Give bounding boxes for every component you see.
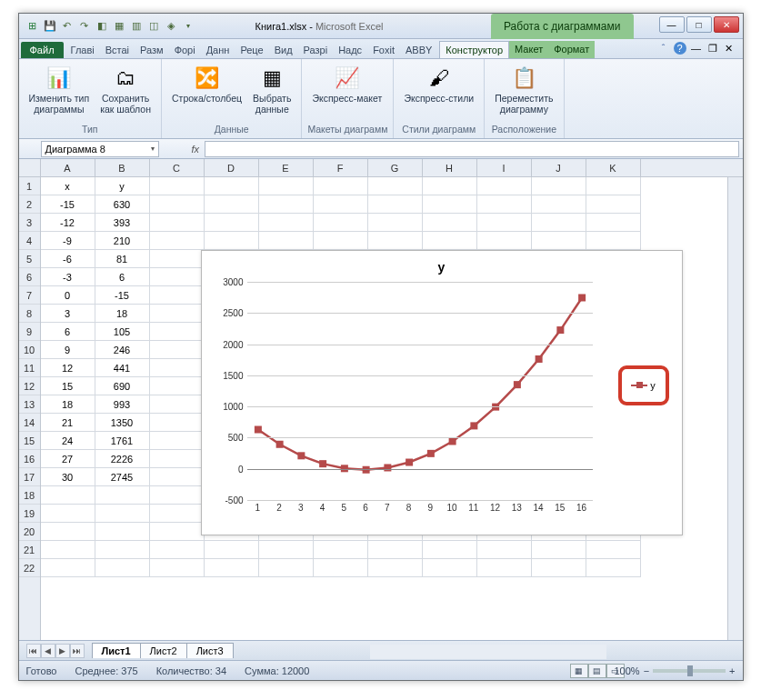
cell[interactable] (586, 232, 641, 250)
cell[interactable] (586, 195, 641, 214)
horizontal-scrollbar[interactable] (370, 645, 606, 659)
cell[interactable] (368, 559, 423, 577)
cell[interactable]: 393 (95, 214, 150, 232)
chart-legend[interactable]: y (618, 365, 669, 405)
cell[interactable] (41, 523, 95, 541)
minimize-ribbon-icon[interactable]: ˆ (657, 42, 670, 55)
tab-Конструктор[interactable]: Конструктор (439, 41, 509, 58)
tab-Главі[interactable]: Главі (65, 42, 100, 58)
tab-Foxit[interactable]: Foxit (367, 42, 400, 58)
cell[interactable]: 2745 (95, 468, 150, 486)
zoom-in-icon[interactable]: + (729, 665, 735, 676)
minimize-button[interactable]: — (659, 16, 685, 33)
cell[interactable] (477, 195, 532, 214)
cell[interactable] (205, 214, 259, 232)
cell[interactable]: 1350 (95, 414, 150, 432)
cell[interactable]: 30 (41, 468, 95, 486)
qat-icon[interactable]: ▥ (128, 18, 145, 35)
cell[interactable]: 6 (95, 268, 150, 286)
select-all-corner[interactable] (19, 159, 40, 177)
row-header[interactable]: 5 (19, 250, 40, 268)
tab-Разм[interactable]: Разм (135, 42, 169, 58)
cell[interactable] (368, 232, 423, 250)
tab-Данн[interactable]: Данн (201, 42, 235, 58)
cell[interactable] (95, 559, 150, 577)
col-header[interactable]: F (314, 159, 368, 176)
row-header[interactable]: 14 (19, 414, 40, 432)
cell[interactable] (477, 232, 532, 250)
save-icon[interactable]: 💾 (42, 18, 58, 35)
zoom-slider[interactable] (653, 669, 726, 673)
cell[interactable] (259, 214, 314, 232)
cell[interactable]: -15 (41, 195, 95, 214)
qat-icon[interactable]: ◧ (94, 18, 110, 35)
cell[interactable] (423, 232, 477, 250)
cell[interactable] (95, 523, 150, 541)
cell[interactable] (586, 541, 641, 559)
col-header[interactable]: J (532, 159, 586, 176)
cell[interactable]: -9 (41, 232, 95, 250)
cell[interactable] (205, 541, 259, 559)
quick-styles-button[interactable]: 🖌Экспресс-стили (399, 61, 478, 124)
cell[interactable] (314, 177, 368, 195)
cell[interactable] (314, 232, 368, 250)
row-header[interactable]: 2 (19, 195, 40, 214)
chart-object[interactable]: y -5000500100015002000250030001234567891… (201, 250, 683, 535)
cell[interactable] (259, 559, 314, 577)
cell[interactable]: 630 (95, 195, 150, 214)
cell[interactable] (314, 541, 368, 559)
cell[interactable] (259, 232, 314, 250)
cell[interactable] (150, 432, 205, 450)
cell[interactable]: 105 (95, 323, 150, 341)
cell[interactable] (150, 250, 205, 268)
cell[interactable]: 1761 (95, 432, 150, 450)
row-header[interactable]: 3 (19, 214, 40, 232)
cell[interactable] (95, 486, 150, 505)
cell[interactable]: 210 (95, 232, 150, 250)
cell[interactable] (150, 341, 205, 359)
help-icon[interactable]: ? (674, 42, 686, 55)
page-layout-view-icon[interactable]: ▤ (588, 664, 606, 678)
cell[interactable] (150, 450, 205, 468)
tab-file[interactable]: Файл (21, 42, 64, 58)
col-header[interactable]: I (477, 159, 532, 176)
cell[interactable] (95, 541, 150, 559)
chart-plot-area[interactable]: -500050010001500200025003000123456789101… (247, 282, 593, 500)
cell[interactable] (41, 505, 95, 523)
cell[interactable]: x (41, 177, 95, 195)
doc-min-icon[interactable]: — (690, 42, 703, 55)
row-header[interactable]: 8 (19, 305, 40, 323)
chevron-down-icon[interactable]: ▾ (151, 145, 155, 153)
cell[interactable] (423, 541, 477, 559)
sheet-tab[interactable]: Лист2 (140, 643, 187, 658)
cell[interactable] (150, 268, 205, 286)
cell[interactable] (314, 195, 368, 214)
cell[interactable] (477, 541, 532, 559)
cell[interactable] (532, 177, 586, 195)
qat-icon[interactable]: ▦ (111, 18, 127, 35)
change-chart-type-button[interactable]: 📊Изменить типдиаграммы (25, 61, 95, 124)
row-header[interactable]: 17 (19, 468, 40, 486)
cell[interactable] (368, 541, 423, 559)
cell[interactable] (95, 505, 150, 523)
select-data-button[interactable]: ▦Выбратьданные (248, 61, 295, 124)
row-header[interactable]: 12 (19, 377, 40, 395)
cell[interactable] (423, 214, 477, 232)
cell[interactable] (314, 559, 368, 577)
cell[interactable] (150, 195, 205, 214)
col-header[interactable]: B (95, 159, 150, 176)
row-header[interactable]: 10 (19, 341, 40, 359)
next-sheet-icon[interactable]: ▶ (55, 644, 70, 658)
cell[interactable]: 6 (41, 323, 95, 341)
cell[interactable]: 3 (41, 305, 95, 323)
col-header[interactable]: K (586, 159, 641, 176)
cell[interactable] (150, 377, 205, 395)
tab-Формат[interactable]: Формат (548, 41, 595, 58)
cell[interactable]: 24 (41, 432, 95, 450)
cell[interactable] (150, 523, 205, 541)
cell[interactable]: -12 (41, 214, 95, 232)
cell[interactable] (423, 195, 477, 214)
cell[interactable] (150, 559, 205, 577)
cell[interactable] (41, 559, 95, 577)
tab-Реце[interactable]: Реце (235, 42, 268, 58)
